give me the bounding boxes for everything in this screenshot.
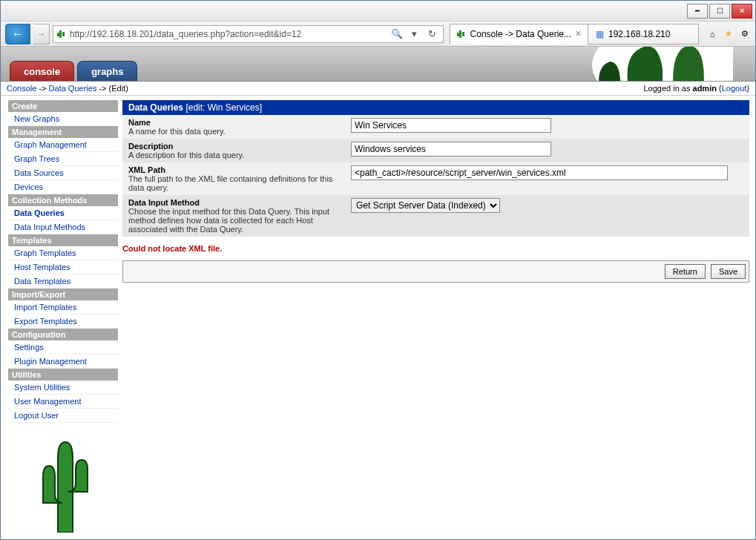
sidebar-item[interactable]: Logout User bbox=[8, 409, 118, 423]
close-button[interactable]: ✕ bbox=[732, 4, 752, 19]
svg-rect-2 bbox=[62, 32, 65, 36]
name-label: Name bbox=[128, 118, 339, 127]
tab-favicon-icon bbox=[456, 29, 467, 39]
logout-link[interactable]: Logout bbox=[722, 84, 747, 93]
return-button[interactable]: Return bbox=[665, 264, 706, 279]
arrow-right-icon: → bbox=[37, 29, 46, 39]
tab-favicon-icon: ▦ bbox=[594, 29, 605, 39]
browser-tabs: Console -> Data Querie... ✕ ▦ 192.168.18… bbox=[450, 24, 699, 45]
sidebar-item[interactable]: Data Templates bbox=[8, 274, 118, 289]
sidebar-group-header: Utilities bbox=[8, 369, 118, 381]
url-input[interactable] bbox=[70, 29, 387, 39]
maximize-button[interactable]: ☐ bbox=[709, 4, 730, 19]
svg-rect-4 bbox=[457, 33, 459, 36]
browser-tab-2[interactable]: ▦ 192.168.18.210 bbox=[588, 24, 699, 45]
tab-console[interactable]: console bbox=[10, 61, 74, 81]
site-icon bbox=[56, 29, 67, 39]
header-art-icon bbox=[451, 47, 733, 82]
app-header: console graphs bbox=[1, 47, 755, 82]
gear-icon[interactable]: ⚙ bbox=[739, 28, 751, 40]
sidebar-item[interactable]: Data Sources bbox=[8, 166, 118, 180]
svg-rect-5 bbox=[462, 32, 464, 36]
tab-title: Console -> Data Querie... bbox=[470, 29, 571, 39]
tab-close-icon[interactable]: ✕ bbox=[575, 29, 582, 39]
button-row: Return Save bbox=[122, 260, 749, 283]
description-desc: A description for this data query. bbox=[128, 151, 244, 159]
svg-rect-1 bbox=[57, 33, 59, 36]
sidebar-group-header: Import/Export bbox=[8, 289, 118, 300]
arrow-left-icon: ← bbox=[12, 27, 24, 41]
name-input[interactable] bbox=[351, 118, 551, 133]
home-icon[interactable]: ⌂ bbox=[706, 28, 718, 40]
crumb-section[interactable]: Data Queries bbox=[49, 84, 97, 93]
sidebar: CreateNew GraphsManagementGraph Manageme… bbox=[8, 100, 118, 533]
sidebar-item[interactable]: Settings bbox=[8, 340, 118, 355]
sidebar-group-header: Configuration bbox=[8, 329, 118, 340]
sidebar-item[interactable]: Graph Management bbox=[8, 138, 118, 152]
nav-forward-button[interactable]: → bbox=[33, 24, 50, 45]
save-button[interactable]: Save bbox=[711, 264, 746, 279]
crumb-console[interactable]: Console bbox=[7, 84, 36, 93]
address-bar[interactable]: 🔍 ▾ ↻ bbox=[53, 25, 444, 43]
svg-rect-0 bbox=[59, 30, 62, 38]
sidebar-group-header: Create bbox=[8, 100, 118, 112]
sidebar-item[interactable]: Graph Templates bbox=[8, 246, 118, 260]
sidebar-item[interactable]: Data Input Methods bbox=[8, 220, 118, 234]
chevron-down-icon[interactable]: ▾ bbox=[407, 27, 422, 42]
form-table: Name A name for this data query. Descrip… bbox=[122, 115, 749, 237]
main-panel: Data Queries [edit: Win Services] Name A… bbox=[122, 100, 749, 283]
error-message: Could not locate XML file. bbox=[122, 237, 749, 260]
svg-rect-3 bbox=[459, 30, 461, 38]
tab-title: 192.168.18.210 bbox=[608, 29, 670, 39]
search-icon[interactable]: 🔍 bbox=[389, 27, 404, 42]
datainput-label: Data Input Method bbox=[128, 198, 339, 207]
panel-title: Data Queries [edit: Win Services] bbox=[122, 100, 749, 115]
page-viewport: console graphs Console -> Data Queries -… bbox=[1, 47, 755, 539]
cactus-logo-icon bbox=[30, 436, 96, 533]
nav-back-button[interactable]: ← bbox=[5, 24, 30, 45]
sidebar-group-header: Templates bbox=[8, 234, 118, 246]
name-desc: A name for this data query. bbox=[128, 127, 226, 136]
sidebar-item[interactable]: Host Templates bbox=[8, 260, 118, 274]
datainput-select[interactable]: Get Script Server Data (Indexed) bbox=[351, 198, 500, 213]
favorites-icon[interactable]: ★ bbox=[723, 28, 734, 40]
sidebar-item[interactable]: Export Templates bbox=[8, 315, 118, 329]
datainput-desc: Choose the input method for this Data Qu… bbox=[128, 207, 329, 234]
xmlpath-input[interactable] bbox=[351, 165, 728, 180]
sidebar-item[interactable]: Plugin Management bbox=[8, 355, 118, 369]
xmlpath-label: XML Path bbox=[128, 165, 339, 174]
sidebar-item[interactable]: Import Templates bbox=[8, 300, 118, 315]
browser-toolbar: ← → 🔍 ▾ ↻ Console -> Data Querie... ✕ ▦ bbox=[1, 22, 755, 47]
description-input[interactable] bbox=[351, 142, 551, 157]
logged-in-user: admin bbox=[693, 84, 717, 93]
sidebar-item[interactable]: Devices bbox=[8, 180, 118, 194]
description-label: Description bbox=[128, 142, 339, 151]
browser-window: ━ ☐ ✕ ← → 🔍 ▾ ↻ Console -> Data Q bbox=[0, 0, 756, 540]
tab-graphs[interactable]: graphs bbox=[77, 61, 137, 81]
crumb-tail: (Edit) bbox=[109, 84, 128, 93]
page-scroll[interactable]: console graphs Console -> Data Queries -… bbox=[1, 47, 755, 539]
sidebar-item[interactable]: Graph Trees bbox=[8, 152, 118, 166]
sidebar-item[interactable]: System Utilities bbox=[8, 381, 118, 395]
sidebar-group-header: Management bbox=[8, 126, 118, 138]
sidebar-item[interactable]: User Management bbox=[8, 395, 118, 409]
sidebar-item[interactable]: New Graphs bbox=[8, 112, 118, 126]
breadcrumb-bar: Console -> Data Queries -> (Edit) Logged… bbox=[1, 82, 755, 96]
logged-in-prefix: Logged in as bbox=[643, 84, 692, 93]
sidebar-group-header: Collection Methods bbox=[8, 194, 118, 206]
window-titlebar: ━ ☐ ✕ bbox=[1, 1, 755, 22]
xmlpath-desc: The full path to the XML file containing… bbox=[128, 174, 332, 192]
minimize-button[interactable]: ━ bbox=[687, 4, 708, 19]
browser-tab-1[interactable]: Console -> Data Querie... ✕ bbox=[450, 24, 588, 45]
refresh-icon[interactable]: ↻ bbox=[425, 27, 440, 42]
sidebar-item[interactable]: Data Queries bbox=[8, 206, 118, 220]
